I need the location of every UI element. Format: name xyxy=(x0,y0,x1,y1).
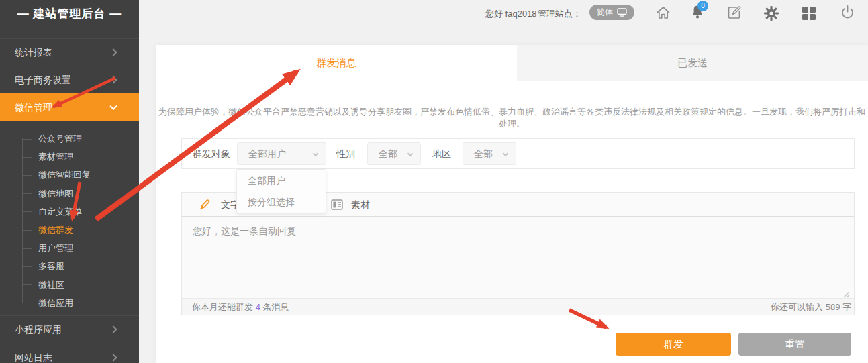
region-label: 地区 xyxy=(432,148,451,160)
submenu-item-wechat-map[interactable]: 微信地图 xyxy=(0,185,139,203)
chevron-down-icon xyxy=(109,103,117,110)
edit-icon[interactable] xyxy=(727,5,742,20)
region-select[interactable]: 全部 xyxy=(463,142,516,165)
message-textarea[interactable]: 您好，这是一条自动回复 xyxy=(182,217,854,298)
audience-form: 群发对象 全部用户 性别 全部 地区 全部 xyxy=(181,138,855,169)
apps-grid-icon[interactable] xyxy=(802,6,816,21)
monitor-icon xyxy=(617,8,627,17)
submenu-item-material[interactable]: 素材管理 xyxy=(0,148,139,166)
submenu-item-community[interactable]: 微社区 xyxy=(0,276,139,294)
target-select[interactable]: 全部用户 xyxy=(237,142,326,165)
settings-gear-icon[interactable] xyxy=(763,5,779,21)
sidebar-item-sitelog[interactable]: 网站日志 xyxy=(0,344,139,363)
tab-mass-message[interactable]: 群发消息 xyxy=(156,45,517,81)
chevron-down-icon xyxy=(313,151,318,156)
chevron-right-icon xyxy=(109,325,117,333)
submenu-item-official-account[interactable]: 公众号管理 xyxy=(0,129,139,148)
chevron-down-icon xyxy=(407,151,413,156)
monthly-quota-text: 你本月还能群发 4 条消息 xyxy=(192,299,289,316)
wechat-submenu: 公众号管理 素材管理 微信智能回复 微信地图 自定义菜单 微信群发 用户管理 多… xyxy=(0,121,139,312)
target-select-value: 全部用户 xyxy=(248,148,286,159)
submenu-item-smart-reply[interactable]: 微信智能回复 xyxy=(0,166,139,184)
submenu-item-user-manage[interactable]: 用户管理 xyxy=(0,239,139,257)
submenu-item-mass-send[interactable]: 微信群发 xyxy=(0,221,139,239)
language-switch-button[interactable]: 简体 xyxy=(589,5,634,20)
quota-count: 4 xyxy=(256,302,260,312)
region-select-value: 全部 xyxy=(474,148,493,159)
pencil-icon xyxy=(199,199,211,211)
send-button[interactable]: 群发 xyxy=(616,333,731,356)
editor-info-bar: 你本月还能群发 4 条消息 你还可以输入 589 字 xyxy=(182,298,854,315)
reset-button[interactable]: 重置 xyxy=(738,333,851,356)
sidebar-item-miniprogram[interactable]: 小程序应用 xyxy=(0,315,139,343)
sidebar-item-label: 小程序应用 xyxy=(15,324,62,335)
tab-sent[interactable]: 已发送 xyxy=(517,45,868,81)
sidebar-item-label: 统计报表 xyxy=(15,47,52,58)
chevron-right-icon xyxy=(109,76,117,83)
resize-grip-icon[interactable] xyxy=(842,291,850,298)
editor-tab-material[interactable]: 素材 xyxy=(351,199,370,211)
target-label: 群发对象 xyxy=(193,148,230,160)
target-select-dropdown: 全部用户 按分组选择 xyxy=(236,169,326,213)
chevron-down-icon xyxy=(503,151,508,156)
page: — 建站管理后台 — 统计报表 电子商务设置 微信管理 公众号管理 素材管理 微… xyxy=(0,0,868,363)
sidebar-item-statistics[interactable]: 统计报表 xyxy=(0,38,139,66)
gender-label: 性别 xyxy=(336,148,355,160)
submenu-item-wechat-app[interactable]: 微信应用 xyxy=(0,294,139,312)
policy-notice: 为保障用户体验，微信公众平台严禁恶意营销以及诱导分享朋友圈，严禁发布色情低俗、暴… xyxy=(156,106,868,130)
chevron-right-icon xyxy=(109,354,117,361)
dropdown-option-by-group[interactable]: 按分组选择 xyxy=(237,191,326,213)
user-greeting: 您好 faq2018 xyxy=(485,8,537,20)
app-title: — 建站管理后台 — xyxy=(0,6,139,21)
sidebar-item-label: 微信管理 xyxy=(15,102,52,113)
sidebar-item-wechat[interactable]: 微信管理 xyxy=(0,93,139,121)
chevron-right-icon xyxy=(109,48,117,56)
gender-select-value: 全部 xyxy=(379,148,397,159)
home-icon[interactable] xyxy=(656,5,671,20)
sidebar-item-ecommerce[interactable]: 电子商务设置 xyxy=(0,66,139,93)
main-panel: 群发消息 已发送 为保障用户体验，微信公众平台严禁恶意营销以及诱导分享朋友圈，严… xyxy=(156,45,868,363)
material-icon xyxy=(331,199,343,210)
sidebar-item-label: 网站日志 xyxy=(15,352,52,363)
submenu-item-custom-menu[interactable]: 自定义菜单 xyxy=(0,203,139,221)
notification-badge: 0 xyxy=(697,1,708,11)
managed-site-label: 管理站点： xyxy=(538,8,581,20)
submenu-item-multi-service[interactable]: 多客服 xyxy=(0,257,139,275)
gender-select[interactable]: 全部 xyxy=(367,142,421,165)
sidebar-item-label: 电子商务设置 xyxy=(15,74,71,85)
chars-remaining-text: 你还可以输入 589 字 xyxy=(771,299,851,316)
power-logout-icon[interactable] xyxy=(840,5,855,21)
dropdown-option-all-users[interactable]: 全部用户 xyxy=(237,170,326,191)
language-label: 简体 xyxy=(597,7,613,18)
sidebar: — 建站管理后台 — 统计报表 电子商务设置 微信管理 公众号管理 素材管理 微… xyxy=(0,0,139,363)
